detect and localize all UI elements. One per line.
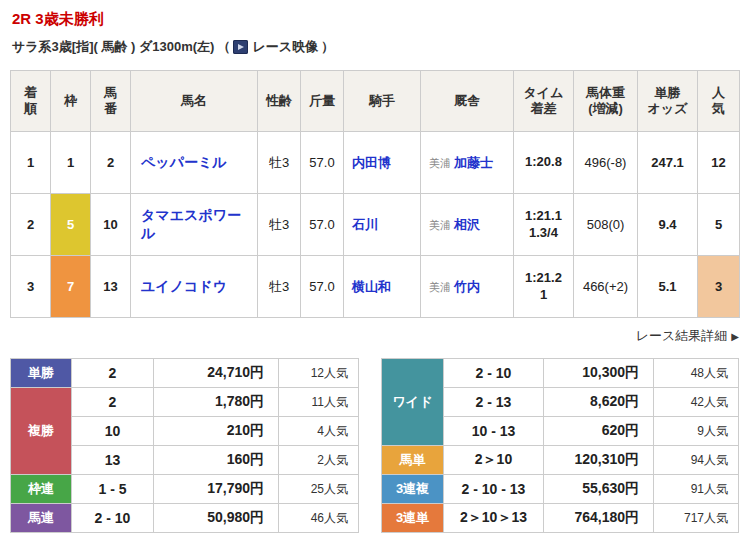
trainer-link[interactable]: 相沢 (454, 217, 480, 232)
payout-amount: 160円 (154, 446, 279, 475)
payout-combination: 2 - 10 (72, 504, 154, 533)
payout-section: 単勝 2 24,710円 12人気 複勝 2 1,780円 11人気 10 21… (10, 358, 739, 533)
race-title: 2R 3歳未勝利 (10, 8, 739, 29)
payout-popularity: 9人気 (654, 417, 739, 446)
payout-popularity: 2人気 (279, 446, 359, 475)
payout-amount: 10,300円 (544, 359, 654, 388)
carried-weight: 57.0 (301, 132, 344, 194)
payout-row-wide: ワイド 2 - 10 10,300円 48人気 (382, 359, 739, 388)
payout-combination: 2 - 13 (444, 388, 544, 417)
time-margin: 1:20.8 (514, 132, 574, 194)
finish-position: 2 (11, 194, 51, 256)
race-result-page: 2R 3歳未勝利 サラ系3歳[指]( 馬齢 ) ダ1300m(左) （ レース映… (0, 0, 749, 538)
col-horse-number: 馬 番 (91, 71, 131, 132)
horse-name-cell: ペッパーミル (131, 132, 258, 194)
horse-name-link[interactable]: ユイノコドウ (141, 278, 227, 294)
payout-amount: 8,620円 (544, 388, 654, 417)
bet-type-trifecta: 3連単 (382, 504, 444, 533)
payout-amount: 210円 (154, 417, 279, 446)
stable-cell: 美浦竹内 (421, 256, 514, 318)
win-odds: 247.1 (638, 132, 698, 194)
payout-row-win: 単勝 2 24,710円 12人気 (11, 359, 359, 388)
stable-region: 美浦 (429, 281, 451, 293)
trainer-link[interactable]: 竹内 (454, 279, 480, 294)
race-result-detail-link[interactable]: レース結果詳細▶ (636, 328, 739, 343)
horse-name-link[interactable]: ペッパーミル (141, 154, 227, 170)
col-stable: 厩舎 (421, 71, 514, 132)
payout-popularity: 11人気 (279, 388, 359, 417)
stable-region: 美浦 (429, 157, 451, 169)
race-results-table: 着 順 枠 馬 番 馬名 性齢 斤量 騎手 厩舎 タイム 着差 馬体重 (増減)… (10, 70, 740, 318)
payout-table-right: ワイド 2 - 10 10,300円 48人気 2 - 13 8,620円 42… (381, 358, 739, 533)
race-video-label: レース映像 (252, 38, 318, 56)
payout-combination: 1 - 5 (72, 475, 154, 504)
payout-row-bracket-quinella: 枠連 1 - 5 17,790円 25人気 (11, 475, 359, 504)
col-sex-age: 性齢 (258, 71, 301, 132)
horse-name-cell: ユイノコドウ (131, 256, 258, 318)
payout-amount: 120,310円 (544, 446, 654, 475)
col-jockey: 騎手 (344, 71, 421, 132)
race-conditions-bar: サラ系3歳[指]( 馬齢 ) ダ1300m(左) （ レース映像 ） (10, 38, 739, 56)
payout-popularity: 25人気 (279, 475, 359, 504)
sex-age: 牡3 (258, 132, 301, 194)
payout-combination: 13 (72, 446, 154, 475)
payout-combination: 2 (72, 359, 154, 388)
col-popularity: 人 気 (698, 71, 740, 132)
payout-amount: 50,980円 (154, 504, 279, 533)
jockey-link[interactable]: 内田博 (352, 155, 391, 170)
jockey-link[interactable]: 横山和 (352, 279, 391, 294)
trainer-link[interactable]: 加藤士 (454, 155, 493, 170)
win-odds: 9.4 (638, 194, 698, 256)
payout-combination: 2 (72, 388, 154, 417)
col-horse-name: 馬名 (131, 71, 258, 132)
payout-popularity: 46人気 (279, 504, 359, 533)
payout-row-exacta: 馬単 2＞10 120,310円 94人気 (382, 446, 739, 475)
sex-age: 牡3 (258, 256, 301, 318)
payout-amount: 764,180円 (544, 504, 654, 533)
payout-popularity: 42人気 (654, 388, 739, 417)
col-frame: 枠 (51, 71, 91, 132)
payout-amount: 1,780円 (154, 388, 279, 417)
results-header-row: 着 順 枠 馬 番 馬名 性齢 斤量 騎手 厩舎 タイム 着差 馬体重 (増減)… (11, 71, 740, 132)
payout-combination: 2 - 10 - 13 (444, 475, 544, 504)
jockey-cell: 内田博 (344, 132, 421, 194)
bet-type-place: 複勝 (11, 388, 72, 475)
horse-number: 2 (91, 132, 131, 194)
payout-combination: 10 - 13 (444, 417, 544, 446)
jockey-link[interactable]: 石川 (352, 217, 378, 232)
body-weight: 496(-8) (574, 132, 638, 194)
payout-amount: 17,790円 (154, 475, 279, 504)
race-video-link[interactable]: レース映像 (233, 38, 318, 56)
paren-close: ） (321, 38, 334, 56)
horse-name-link[interactable]: タマエスポワール (141, 207, 241, 241)
result-row-2: 2 5 10 タマエスポワール 牡3 57.0 石川 美浦相沢 1:21.1 1… (11, 194, 740, 256)
finish-position: 1 (11, 132, 51, 194)
payout-popularity: 717人気 (654, 504, 739, 533)
win-odds: 5.1 (638, 256, 698, 318)
col-body-weight: 馬体重 (増減) (574, 71, 638, 132)
bet-type-wide: ワイド (382, 359, 444, 446)
horse-name-cell: タマエスポワール (131, 194, 258, 256)
horse-number: 13 (91, 256, 131, 318)
bet-type-win: 単勝 (11, 359, 72, 388)
popularity: 5 (698, 194, 740, 256)
frame-number: 1 (51, 132, 91, 194)
time-margin: 1:21.1 1.3/4 (514, 194, 574, 256)
race-conditions: サラ系3歳[指]( 馬齢 ) ダ1300m(左) (12, 38, 214, 56)
col-weight: 斤量 (301, 71, 344, 132)
payout-combination: 2＞10＞13 (444, 504, 544, 533)
payout-amount: 55,630円 (544, 475, 654, 504)
frame-number: 7 (51, 256, 91, 318)
payout-row-place: 複勝 2 1,780円 11人気 (11, 388, 359, 417)
frame-number: 5 (51, 194, 91, 256)
time-margin: 1:21.2 1 (514, 256, 574, 318)
carried-weight: 57.0 (301, 194, 344, 256)
payout-row-trio: 3連複 2 - 10 - 13 55,630円 91人気 (382, 475, 739, 504)
bet-type-exacta: 馬単 (382, 446, 444, 475)
col-win-odds: 単勝 オッズ (638, 71, 698, 132)
payout-amount: 24,710円 (154, 359, 279, 388)
finish-position: 3 (11, 256, 51, 318)
payout-table-left: 単勝 2 24,710円 12人気 複勝 2 1,780円 11人気 10 21… (10, 358, 359, 533)
payout-combination: 2 - 10 (444, 359, 544, 388)
bet-type-quinella: 馬連 (11, 504, 72, 533)
